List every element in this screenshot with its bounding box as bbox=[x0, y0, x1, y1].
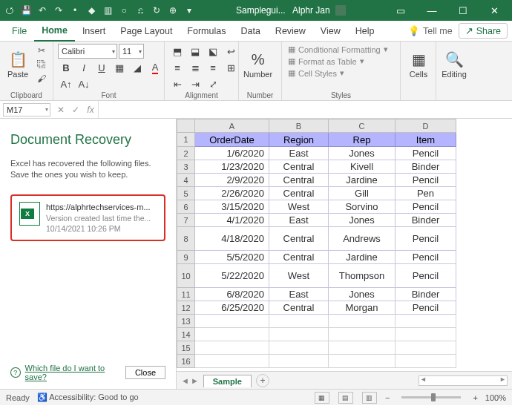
recovery-close-button[interactable]: Close bbox=[125, 366, 165, 379]
row-header[interactable]: 6 bbox=[177, 200, 195, 214]
tab-review[interactable]: Review bbox=[268, 21, 313, 42]
cell[interactable]: 4/18/2020 bbox=[195, 227, 269, 251]
fx-icon[interactable]: fx bbox=[83, 105, 98, 115]
zoom-in-icon[interactable]: + bbox=[473, 393, 477, 402]
zoom-level[interactable]: 100% bbox=[485, 393, 506, 402]
row-header[interactable]: 9 bbox=[177, 251, 195, 264]
cell[interactable] bbox=[269, 341, 329, 355]
tell-me[interactable]: 💡Tell me bbox=[402, 25, 459, 36]
name-box[interactable]: M17 bbox=[3, 103, 50, 117]
col-header-A[interactable]: A bbox=[195, 119, 269, 133]
tab-nav-first-icon[interactable]: ◄ bbox=[181, 376, 189, 385]
cell[interactable]: Central bbox=[269, 187, 329, 200]
row-header[interactable]: 15 bbox=[177, 341, 195, 355]
tab-file[interactable]: File bbox=[4, 21, 34, 42]
zoom-out-icon[interactable]: − bbox=[385, 393, 390, 402]
number-format-button[interactable]: %Number bbox=[243, 44, 272, 85]
cell[interactable]: Central bbox=[269, 251, 329, 264]
cell[interactable]: 2/9/2020 bbox=[195, 174, 269, 187]
row-header[interactable]: 8 bbox=[177, 227, 195, 251]
tab-help[interactable]: Help bbox=[348, 21, 382, 42]
cell[interactable]: East bbox=[269, 214, 329, 227]
qat-dropdown-icon[interactable]: ▾ bbox=[183, 4, 196, 17]
row-header[interactable]: 4 bbox=[177, 174, 195, 187]
paste-button[interactable]: 📋Paste bbox=[4, 44, 31, 85]
cell[interactable]: Jones bbox=[329, 288, 396, 301]
font-color-icon[interactable]: A bbox=[147, 60, 163, 75]
cell[interactable]: Binder bbox=[396, 214, 456, 227]
cancel-formula-icon[interactable]: ✕ bbox=[53, 105, 68, 115]
cell[interactable]: West bbox=[269, 200, 329, 214]
align-bottom-icon[interactable]: ⬕ bbox=[205, 44, 221, 59]
cell[interactable]: Pencil bbox=[396, 301, 456, 315]
minimize-icon[interactable]: — bbox=[417, 0, 447, 21]
indent-left-icon[interactable]: ⇤ bbox=[169, 76, 186, 91]
page-break-view-icon[interactable]: ▥ bbox=[362, 392, 377, 404]
row-header[interactable]: 5 bbox=[177, 187, 195, 200]
cell[interactable] bbox=[329, 328, 396, 341]
align-middle-icon[interactable]: ⬓ bbox=[187, 44, 203, 59]
cell[interactable]: Jardine bbox=[329, 174, 396, 187]
tab-nav-last-icon[interactable]: ► bbox=[191, 376, 199, 385]
cell[interactable]: Pen bbox=[396, 187, 456, 200]
header-cell[interactable]: OrderDate bbox=[195, 133, 269, 147]
spreadsheet-grid[interactable]: ABCD1OrderDateRegionRepItem21/6/2020East… bbox=[177, 119, 512, 371]
autosave-icon[interactable]: ⭯ bbox=[3, 4, 16, 17]
sheet-tab-sample[interactable]: Sample bbox=[203, 375, 252, 387]
row-header[interactable]: 16 bbox=[177, 355, 195, 368]
cell[interactable] bbox=[329, 355, 396, 368]
increase-font-icon[interactable]: A↑ bbox=[58, 76, 74, 91]
cell[interactable]: 4/1/2020 bbox=[195, 214, 269, 227]
row-header[interactable]: 13 bbox=[177, 315, 195, 328]
align-top-icon[interactable]: ⬒ bbox=[169, 44, 186, 59]
copy-icon[interactable]: ⿻ bbox=[34, 58, 49, 71]
font-name-combo[interactable]: Calibri bbox=[58, 44, 117, 59]
cell[interactable]: Pencil bbox=[396, 200, 456, 214]
cell[interactable] bbox=[269, 328, 329, 341]
col-header-C[interactable]: C bbox=[329, 119, 396, 133]
cell[interactable]: 3/15/2020 bbox=[195, 200, 269, 214]
header-cell[interactable]: Item bbox=[396, 133, 456, 147]
wrap-text-icon[interactable]: ↩ bbox=[223, 44, 239, 59]
format-as-table-button[interactable]: ▦Format as Table ▾ bbox=[286, 56, 390, 67]
zoom-slider[interactable] bbox=[401, 396, 461, 398]
cell[interactable]: Gill bbox=[329, 187, 396, 200]
tab-home[interactable]: Home bbox=[34, 21, 75, 42]
header-cell[interactable]: Rep bbox=[329, 133, 396, 147]
recovery-item[interactable]: X https://alphrtechservices-m... Version… bbox=[10, 194, 165, 241]
recovery-help-link[interactable]: ? Which file do I want to save? bbox=[10, 364, 125, 381]
cell[interactable] bbox=[269, 315, 329, 328]
cell[interactable]: Binder bbox=[396, 288, 456, 301]
redo-icon[interactable]: ↷ bbox=[52, 4, 65, 17]
cell[interactable]: Kivell bbox=[329, 160, 396, 174]
cell[interactable] bbox=[195, 315, 269, 328]
fill-color-icon[interactable]: ◢ bbox=[129, 60, 145, 75]
row-header[interactable]: 12 bbox=[177, 301, 195, 315]
border-icon[interactable]: ▦ bbox=[111, 60, 128, 75]
cell[interactable]: 5/5/2020 bbox=[195, 251, 269, 264]
horizontal-scrollbar[interactable] bbox=[419, 375, 508, 386]
cell-styles-button[interactable]: ▦Cell Styles ▾ bbox=[286, 68, 390, 79]
cell[interactable]: Central bbox=[269, 174, 329, 187]
row-header[interactable]: 7 bbox=[177, 214, 195, 227]
bold-button[interactable]: B bbox=[58, 60, 74, 75]
conditional-formatting-button[interactable]: ▦Conditional Formatting ▾ bbox=[286, 44, 390, 55]
cell[interactable]: 1/6/2020 bbox=[195, 147, 269, 160]
accessibility-status[interactable]: ♿ Accessibility: Good to go bbox=[37, 393, 139, 402]
cell[interactable]: Pencil bbox=[396, 227, 456, 251]
page-layout-view-icon[interactable]: ▤ bbox=[338, 392, 353, 404]
align-center-icon[interactable]: ≣ bbox=[187, 60, 203, 75]
cells-button[interactable]: ▦Cells bbox=[405, 44, 432, 85]
cut-icon[interactable]: ✂ bbox=[34, 44, 49, 57]
cell[interactable]: Pencil bbox=[396, 174, 456, 187]
close-window-icon[interactable]: ✕ bbox=[479, 0, 509, 21]
underline-button[interactable]: U bbox=[93, 60, 110, 75]
enter-formula-icon[interactable]: ✓ bbox=[68, 105, 83, 115]
cell[interactable]: Sorvino bbox=[329, 200, 396, 214]
cell[interactable]: East bbox=[269, 147, 329, 160]
col-header-B[interactable]: B bbox=[269, 119, 329, 133]
cell[interactable] bbox=[396, 341, 456, 355]
cell[interactable]: West bbox=[269, 264, 329, 288]
row-header[interactable]: 1 bbox=[177, 133, 195, 147]
row-header[interactable]: 2 bbox=[177, 147, 195, 160]
